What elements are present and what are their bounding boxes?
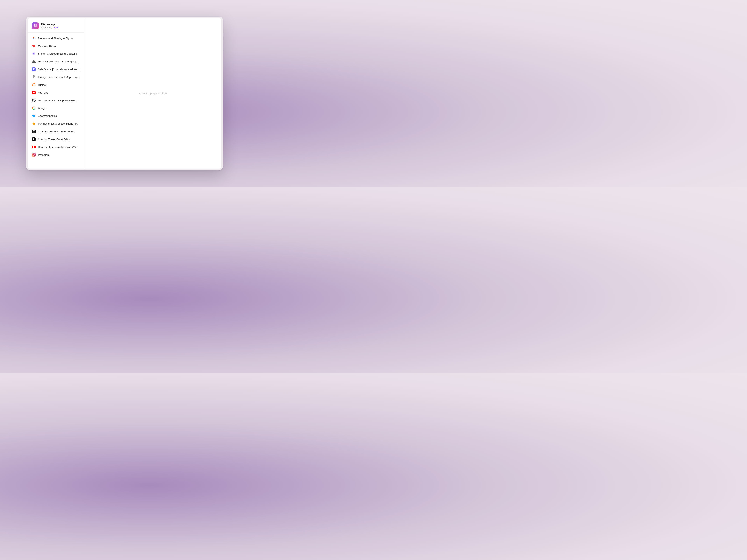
list-item-economic[interactable]: How The Economic Machine Works ... (28, 143, 84, 151)
list-item-mockups-digital[interactable]: Mockups Digital (28, 42, 84, 50)
google-icon (32, 106, 36, 110)
svg-rect-9 (34, 68, 35, 69)
sidespace-icon (32, 67, 36, 71)
pin-icon (32, 75, 36, 79)
list-item-youtube[interactable]: YouTube (28, 89, 84, 97)
list-item-sidespace[interactable]: Side Space | Your AI-powered vertic... (28, 65, 84, 73)
svg-rect-14 (33, 131, 34, 131)
list-item-cursor[interactable]: Cursor - The AI Code Editor (28, 135, 84, 143)
list-item-instagram[interactable]: Instagram (28, 151, 84, 159)
list-item-lucide[interactable]: Lucide (28, 81, 84, 89)
main-content: Select a page to view (84, 18, 221, 168)
svg-rect-3 (35, 26, 37, 27)
craft-icon (32, 129, 36, 134)
cursor-icon (32, 137, 36, 141)
shots-icon (32, 52, 36, 56)
list-item-label: Google (38, 107, 47, 110)
author-link[interactable]: Clark (53, 26, 58, 29)
svg-rect-8 (33, 68, 34, 71)
list-item-x-elon[interactable]: x.com/elonmusk (28, 112, 84, 120)
list-item-discover-web[interactable]: Discover Web Marketing Pages | Mo... (28, 58, 84, 65)
list-item-label: x.com/elonmusk (38, 114, 57, 117)
sidebar: Discovery Shared By Clark Recents and Sh… (28, 18, 84, 168)
list-item-label: vercel/vercel: Develop. Preview. Ship. (38, 99, 80, 102)
sidebar-header: Discovery Shared By Clark (28, 18, 84, 33)
svg-rect-16 (33, 132, 34, 133)
svg-point-6 (33, 53, 34, 54)
twitter-icon (32, 114, 36, 118)
app-title: Discovery (41, 23, 58, 26)
app-icon (32, 22, 39, 29)
list-item-google[interactable]: Google (28, 104, 84, 112)
list-item-vercel[interactable]: vercel/vercel: Develop. Preview. Ship. (28, 97, 84, 104)
list-item-label: Lucide (38, 83, 46, 86)
list-item-label: Recents and Sharing – Figma (38, 37, 73, 40)
list-item-label: Craft the best docs in the world (38, 130, 74, 133)
list-item-label: Placify – Your Personal Map, Travel ... (38, 76, 80, 79)
list-item-label: YouTube (38, 91, 48, 94)
svg-rect-17 (34, 132, 35, 133)
list-item-label: Side Space | Your AI-powered vertic... (38, 68, 80, 71)
svg-rect-1 (35, 24, 37, 26)
svg-point-24 (34, 154, 35, 154)
list-item-label: Mockups Digital (38, 45, 56, 48)
app-subtitle: Shared By Clark (41, 26, 58, 29)
heart-icon (32, 44, 36, 48)
list-item-placify[interactable]: Placify – Your Personal Map, Travel ... (28, 73, 84, 81)
header-text-group: Discovery Shared By Clark (41, 23, 58, 29)
main-window: Discovery Shared By Clark Recents and Sh… (26, 17, 223, 170)
svg-rect-2 (34, 26, 35, 27)
lucide-icon (32, 83, 36, 87)
cloud-icon (32, 59, 36, 63)
list-item-figma[interactable]: Recents and Sharing – Figma (28, 34, 84, 42)
svg-rect-15 (34, 131, 35, 131)
list-item-label: Shots - Create Amazing Mockups (38, 52, 77, 55)
sidebar-list: Recents and Sharing – Figma Mockups Digi… (28, 33, 84, 168)
svg-rect-13 (32, 130, 35, 133)
svg-rect-0 (34, 24, 35, 26)
youtube-icon (32, 145, 36, 149)
list-item-label: Discover Web Marketing Pages | Mo... (38, 60, 80, 63)
list-item-craft[interactable]: Craft the best docs in the world (28, 128, 84, 135)
youtube-icon (32, 90, 36, 95)
instagram-icon (32, 153, 36, 157)
window-inner: Discovery Shared By Clark Recents and Sh… (28, 18, 221, 168)
svg-rect-7 (32, 68, 35, 71)
list-item-label: How The Economic Machine Works ... (38, 145, 80, 149)
list-item-label: Instagram (38, 153, 50, 156)
list-item-payments[interactable]: Payments, tax & subscriptions for s... (28, 120, 84, 128)
select-prompt: Select a page to view (139, 92, 167, 95)
payments-icon (32, 122, 36, 126)
list-item-label: Cursor - The AI Code Editor (38, 138, 70, 141)
github-icon (32, 98, 36, 103)
list-item-label: Payments, tax & subscriptions for s... (38, 122, 80, 125)
list-item-shots[interactable]: Shots - Create Amazing Mockups (28, 50, 84, 58)
figma-icon (32, 36, 36, 40)
